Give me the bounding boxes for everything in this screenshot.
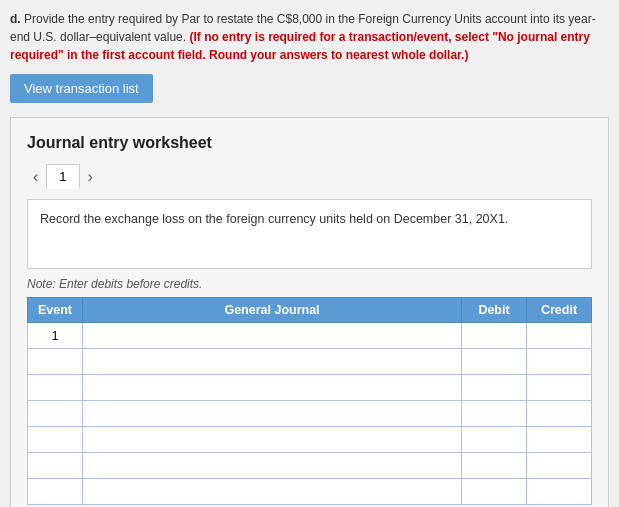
instruction-text: d. Provide the entry required by Par to …: [10, 10, 609, 64]
worksheet-title: Journal entry worksheet: [27, 134, 592, 152]
general-journal-cell[interactable]: [83, 349, 462, 375]
event-cell: [28, 479, 83, 505]
tab-1[interactable]: 1: [46, 164, 79, 189]
col-header-general-journal: General Journal: [83, 298, 462, 323]
debit-cell[interactable]: [462, 479, 527, 505]
credit-cell[interactable]: [527, 323, 592, 349]
general-journal-cell[interactable]: [83, 375, 462, 401]
general-journal-input[interactable]: [89, 459, 455, 473]
general-journal-input[interactable]: [89, 355, 455, 369]
general-journal-cell[interactable]: [83, 453, 462, 479]
general-journal-input[interactable]: [89, 381, 455, 395]
col-header-credit: Credit: [527, 298, 592, 323]
tab-prev-arrow[interactable]: ‹: [27, 168, 44, 186]
table-row: 1: [28, 323, 592, 349]
credit-cell[interactable]: [527, 401, 592, 427]
general-journal-cell[interactable]: [83, 427, 462, 453]
event-cell: [28, 401, 83, 427]
table-row: [28, 349, 592, 375]
event-cell: [28, 375, 83, 401]
debit-input[interactable]: [468, 329, 520, 343]
instruction-label: d.: [10, 12, 21, 26]
general-journal-input[interactable]: [89, 485, 455, 499]
debit-input[interactable]: [468, 433, 520, 447]
debit-cell[interactable]: [462, 323, 527, 349]
credit-input[interactable]: [533, 433, 585, 447]
journal-table: Event General Journal Debit Credit 1: [27, 297, 592, 505]
event-cell: [28, 453, 83, 479]
worksheet-container: Journal entry worksheet ‹ 1 › Record the…: [10, 117, 609, 507]
debit-input[interactable]: [468, 355, 520, 369]
view-transaction-button[interactable]: View transaction list: [10, 74, 153, 103]
credit-cell[interactable]: [527, 479, 592, 505]
credit-input[interactable]: [533, 329, 585, 343]
credit-input[interactable]: [533, 485, 585, 499]
credit-cell[interactable]: [527, 427, 592, 453]
general-journal-cell[interactable]: [83, 479, 462, 505]
col-header-debit: Debit: [462, 298, 527, 323]
credit-input[interactable]: [533, 381, 585, 395]
col-header-event: Event: [28, 298, 83, 323]
credit-input[interactable]: [533, 355, 585, 369]
table-row: [28, 427, 592, 453]
event-cell: [28, 427, 83, 453]
credit-input[interactable]: [533, 459, 585, 473]
debit-cell[interactable]: [462, 375, 527, 401]
event-cell: [28, 349, 83, 375]
tab-next-arrow[interactable]: ›: [82, 168, 99, 186]
description-box: Record the exchange loss on the foreign …: [27, 199, 592, 269]
table-row: [28, 479, 592, 505]
debit-cell[interactable]: [462, 453, 527, 479]
note-text: Note: Enter debits before credits.: [27, 277, 592, 291]
debit-input[interactable]: [468, 381, 520, 395]
credit-input[interactable]: [533, 407, 585, 421]
debit-input[interactable]: [468, 407, 520, 421]
debit-cell[interactable]: [462, 401, 527, 427]
general-journal-cell[interactable]: [83, 323, 462, 349]
debit-cell[interactable]: [462, 349, 527, 375]
credit-cell[interactable]: [527, 453, 592, 479]
event-cell: 1: [28, 323, 83, 349]
debit-input[interactable]: [468, 459, 520, 473]
tab-navigation: ‹ 1 ›: [27, 164, 592, 189]
credit-cell[interactable]: [527, 375, 592, 401]
table-row: [28, 375, 592, 401]
table-row: [28, 453, 592, 479]
general-journal-input[interactable]: [89, 329, 455, 343]
general-journal-input[interactable]: [89, 433, 455, 447]
debit-cell[interactable]: [462, 427, 527, 453]
credit-cell[interactable]: [527, 349, 592, 375]
table-row: [28, 401, 592, 427]
general-journal-cell[interactable]: [83, 401, 462, 427]
general-journal-input[interactable]: [89, 407, 455, 421]
description-text: Record the exchange loss on the foreign …: [40, 212, 508, 226]
debit-input[interactable]: [468, 485, 520, 499]
